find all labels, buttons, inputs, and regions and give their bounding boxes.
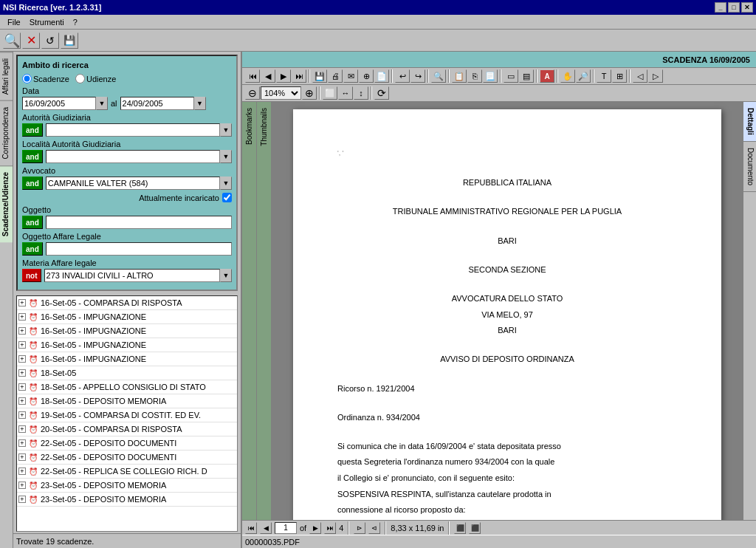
menu-help[interactable]: ? — [69, 16, 82, 28]
materia-not-button[interactable]: not — [22, 269, 41, 282]
radio-udienze[interactable]: Udienze — [75, 74, 116, 83]
pdf-next-page[interactable]: ▶ — [276, 69, 291, 83]
expand-button[interactable]: + — [18, 467, 26, 475]
toolbar-refresh-button[interactable]: ↺ — [41, 32, 59, 49]
radio-scadenze[interactable]: Scadenze — [22, 74, 69, 83]
pdf-forward[interactable]: ▷ — [648, 69, 663, 83]
list-item[interactable]: +⏰22-Set-05 - DEPOSITO DOCUMENTI — [17, 451, 237, 465]
list-item[interactable]: +⏰16-Set-05 - IMPUGNAZIONE — [17, 352, 237, 366]
list-item[interactable]: +⏰18-Set-05 - APPELLO CONSIGLIO DI STATO — [17, 380, 237, 394]
pdf-bottom-nav3[interactable]: ⬛ — [454, 522, 466, 534]
pdf-view1[interactable]: ▭ — [504, 69, 518, 83]
toolbar-search-button[interactable]: 🔍 — [3, 32, 21, 49]
pdf-page-input[interactable] — [275, 522, 297, 534]
menu-file[interactable]: File — [3, 16, 25, 28]
materia-arrow[interactable]: ▼ — [220, 269, 232, 282]
expand-button[interactable]: + — [18, 383, 26, 391]
zoom-select[interactable]: 104% 75% 100% 125% 150% — [261, 86, 301, 100]
tab-scadenze-udienze[interactable]: Scadenze/Udienze — [0, 165, 13, 242]
avvocato-input[interactable] — [46, 177, 220, 190]
pdf-bottom-last[interactable]: ⏭ — [324, 522, 336, 534]
pdf-bottom-first[interactable]: ⏮ — [245, 522, 257, 534]
pdf-rotate[interactable]: ⟳ — [374, 86, 389, 100]
vtab-documento[interactable]: Documento — [743, 142, 756, 192]
date-from-arrow[interactable]: ▼ — [96, 97, 108, 110]
avvocato-and-button[interactable]: and — [22, 177, 43, 190]
localita-input[interactable] — [46, 150, 220, 163]
list-item[interactable]: +⏰18-Set-05 — [17, 366, 237, 380]
pdf-view2[interactable]: ▤ — [519, 69, 534, 83]
tab-affari-legali[interactable]: Affari legali — [0, 52, 13, 100]
pdf-first-page[interactable]: ⏮ — [245, 69, 260, 83]
oggetto-affare-input[interactable] — [46, 242, 232, 256]
pdf-tool5[interactable]: 📄 — [374, 69, 389, 83]
list-item[interactable]: +⏰22-Set-05 - DEPOSITO DOCUMENTI — [17, 436, 237, 451]
toolbar-save-button[interactable]: 💾 — [61, 32, 78, 49]
pdf-bottom-nav1[interactable]: ⊳ — [354, 522, 365, 534]
pdf-save[interactable]: 💾 — [312, 69, 327, 83]
pdf-bottom-nav2[interactable]: ⊲ — [368, 522, 380, 534]
list-item[interactable]: +⏰20-Set-05 - COMPARSA DI RISPOSTA — [17, 422, 237, 436]
expand-button[interactable]: + — [18, 341, 26, 349]
expand-button[interactable]: + — [18, 439, 26, 447]
expand-button[interactable]: + — [18, 313, 26, 321]
pdf-redo[interactable]: ↪ — [410, 69, 425, 83]
pdf-fit-width[interactable]: ↔ — [338, 86, 353, 100]
materia-input[interactable] — [44, 269, 220, 282]
expand-button[interactable]: + — [18, 453, 26, 461]
pdf-print[interactable]: 🖨 — [328, 69, 343, 83]
localita-arrow[interactable]: ▼ — [220, 150, 232, 163]
pdf-fit-page[interactable]: ⬜ — [323, 86, 337, 100]
expand-button[interactable]: + — [18, 327, 26, 335]
pdf-search[interactable]: 🔍 — [431, 69, 446, 83]
attualmente-checkbox[interactable] — [222, 193, 232, 202]
expand-button[interactable]: + — [18, 355, 26, 363]
pdf-copy3[interactable]: 📃 — [483, 69, 498, 83]
expand-button[interactable]: + — [18, 369, 26, 377]
pdf-zoom-in[interactable]: 🔎 — [576, 69, 591, 83]
expand-button[interactable]: + — [18, 411, 26, 419]
date-from-input[interactable] — [22, 97, 96, 110]
pdf-email[interactable]: ✉ — [343, 69, 358, 83]
pdf-text-tool[interactable]: T — [597, 69, 611, 83]
pdf-zoom-out[interactable]: ⊖ — [245, 86, 260, 100]
list-item[interactable]: +⏰16-Set-05 - IMPUGNAZIONE — [17, 338, 237, 352]
list-item[interactable]: +⏰22-Set-05 - REPLICA SE COLLEGIO RICH. … — [17, 465, 237, 479]
pdf-bottom-next[interactable]: ▶ — [309, 522, 321, 534]
list-item[interactable]: +⏰23-Set-05 - DEPOSITO MEMORIA — [17, 479, 237, 493]
thumbnails-label[interactable]: Thumbnails — [258, 102, 269, 152]
pdf-zoom-in2[interactable]: ⊕ — [302, 86, 317, 100]
autorita-input[interactable] — [46, 123, 220, 137]
pdf-undo[interactable]: ↩ — [395, 69, 410, 83]
avvocato-arrow[interactable]: ▼ — [220, 177, 232, 190]
pdf-hand[interactable]: ✋ — [560, 69, 575, 83]
date-to-arrow[interactable]: ▼ — [194, 97, 206, 110]
pdf-copy[interactable]: 📋 — [452, 69, 467, 83]
localita-and-button[interactable]: and — [22, 150, 43, 163]
menu-strumenti[interactable]: Strumenti — [25, 16, 69, 28]
pdf-back[interactable]: ◁ — [633, 69, 647, 83]
list-item[interactable]: +⏰18-Set-05 - DEPOSITO MEMORIA — [17, 394, 237, 408]
expand-button[interactable]: + — [18, 496, 26, 503]
date-to-input[interactable] — [120, 97, 194, 110]
autorita-and-button[interactable]: and — [22, 123, 43, 137]
list-item[interactable]: +⏰23-Set-05 - DEPOSITO MEMORIA — [17, 493, 237, 507]
oggetto-input[interactable] — [46, 216, 232, 229]
pdf-prev-page[interactable]: ◀ — [261, 69, 275, 83]
pdf-tool4[interactable]: ⊕ — [359, 69, 374, 83]
pdf-fit-height[interactable]: ↕ — [354, 86, 368, 100]
toolbar-cancel-button[interactable]: ✕ — [22, 32, 40, 49]
expand-button[interactable]: + — [18, 482, 26, 489]
pdf-viewer[interactable]: ', ' REPUBBLICA ITALIANA TRIBUNALE AMMIN… — [272, 102, 743, 520]
expand-button[interactable]: + — [18, 397, 26, 405]
pdf-copy2[interactable]: ⎘ — [467, 69, 482, 83]
vtab-dettagli[interactable]: Dettagli — [743, 102, 756, 142]
minimize-button[interactable]: _ — [715, 2, 726, 13]
list-item[interactable]: +⏰16-Set-05 - IMPUGNAZIONE — [17, 324, 237, 338]
pdf-select-tool[interactable]: ⊞ — [612, 69, 627, 83]
oggetto-and-button[interactable]: and — [22, 216, 43, 229]
autorita-arrow[interactable]: ▼ — [220, 123, 232, 137]
pdf-bottom-prev[interactable]: ◀ — [260, 522, 272, 534]
oggetto-affare-and-button[interactable]: and — [22, 242, 43, 256]
pdf-last-page[interactable]: ⏭ — [292, 69, 306, 83]
